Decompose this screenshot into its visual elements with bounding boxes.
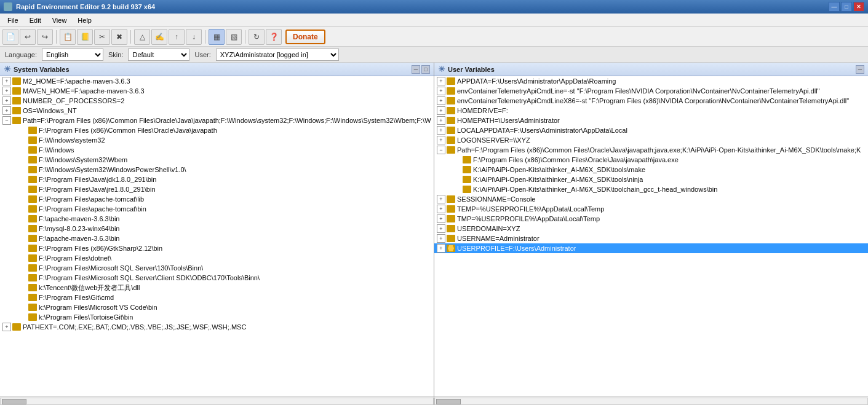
tree-item-sv5m[interactable]: F:\Program Files (x86)\GtkSharp\2.12\bin — [0, 243, 434, 253]
tree-item-uv9[interactable]: +SESSIONNAME=Console — [434, 194, 868, 204]
donate-button[interactable]: Donate — [285, 29, 325, 44]
tree-item-sv5j[interactable]: F:\apache-maven-3.6.3\bin — [0, 214, 434, 224]
tb-view2-button[interactable]: ▧ — [226, 29, 242, 45]
tb-new-button[interactable]: 📄 — [2, 29, 18, 45]
tree-item-sv4[interactable]: +OS=Windows_NT — [0, 106, 434, 116]
tb-delete-button[interactable]: ✖ — [111, 29, 127, 45]
tb-move-up-button[interactable]: ↑ — [169, 29, 185, 45]
tree-item-sv5d[interactable]: F:\Windows\System32\Wbem — [0, 155, 434, 165]
tb-edit-button[interactable]: ✍ — [151, 29, 167, 45]
user-panel-minimize-btn[interactable]: ─ — [856, 65, 864, 74]
expand-btn-sv3[interactable]: + — [2, 96, 11, 105]
tree-item-uv13[interactable]: +USERNAME=Administrator — [434, 234, 868, 243]
system-panel-expand-btn[interactable]: □ — [421, 65, 430, 74]
tree-item-uv8[interactable]: −Path=F:\Program Files (x86)\Common File… — [434, 145, 868, 155]
tree-item-uv8a[interactable]: F:\Program Files (x86)\Common Files\Orac… — [434, 155, 868, 165]
expand-btn-sv6[interactable]: + — [2, 323, 11, 331]
expand-btn-uv5[interactable]: + — [437, 116, 445, 125]
user-select[interactable]: XYZ\Administrator [logged in] — [216, 49, 339, 61]
tree-item-sv5n[interactable]: F:\Program Files\dotnet\ — [0, 253, 434, 263]
tree-item-sv5g[interactable]: F:\Program Files\Java\jre1.8.0_291\bin — [0, 184, 434, 194]
system-h-scrollbar[interactable] — [0, 398, 434, 405]
tree-item-sv5p[interactable]: F:\Program Files\Microsoft SQL Server\Cl… — [0, 273, 434, 283]
tree-item-sv5e[interactable]: F:\Windows\System32\WindowsPowerShell\v1… — [0, 165, 434, 175]
close-button[interactable]: ✕ — [853, 2, 864, 12]
tree-item-sv6[interactable]: +PATHEXT=.COM;.EXE;.BAT;.CMD;.VBS;.VBE;.… — [0, 322, 434, 332]
tb-redo-button[interactable]: ↪ — [37, 29, 53, 45]
maximize-button[interactable]: □ — [841, 2, 852, 12]
tree-item-sv5l[interactable]: F:\apache-maven-3.6.3\bin — [0, 234, 434, 243]
expand-btn-uv9[interactable]: + — [437, 195, 445, 203]
user-variables-tree[interactable]: +APPDATA=F:\Users\Administrator\AppData\… — [434, 76, 868, 396]
system-panel-minimize-btn[interactable]: ─ — [412, 65, 420, 74]
tree-item-sv5t[interactable]: k:\Program Files\TortoiseGit\bin — [0, 312, 434, 322]
tb-copy-button[interactable]: 📋 — [60, 29, 76, 45]
tb-add-button[interactable]: △ — [134, 29, 150, 45]
tree-item-uv4[interactable]: +HOMEDRIVE=F: — [434, 106, 868, 116]
tree-item-sv5r[interactable]: F:\Program Files\Git\cmd — [0, 293, 434, 302]
user-h-scrollbar[interactable] — [434, 398, 868, 405]
tree-item-uv5[interactable]: +HOMEPATH=\Users\Administrator — [434, 116, 868, 125]
minimize-button[interactable]: — — [829, 2, 840, 12]
expand-btn-uv13[interactable]: + — [437, 234, 445, 243]
tb-undo-button[interactable]: ↩ — [20, 29, 36, 45]
expand-btn-uv1[interactable]: + — [437, 77, 445, 85]
tree-item-uv8b[interactable]: K:\AiPi\AiPi-Open-Kits\aithinker_Ai-M6X_… — [434, 165, 868, 175]
tree-item-sv1[interactable]: +M2_HOME=F:\apache-maven-3.6.3 — [0, 76, 434, 86]
tree-item-sv2[interactable]: +MAVEN_HOME=F:\apache-maven-3.6.3 — [0, 86, 434, 96]
expand-btn-uv6[interactable]: + — [437, 126, 445, 135]
menu-file[interactable]: File — [2, 15, 23, 25]
expand-btn-uv8[interactable]: − — [437, 146, 445, 154]
tree-item-uv8c[interactable]: K:\AiPi\AiPi-Open-Kits\aithinker_Ai-M6X_… — [434, 175, 868, 184]
expand-btn-uv7[interactable]: + — [437, 136, 445, 144]
svg-marker-1 — [14, 88, 20, 94]
tb-paste-button[interactable]: 📒 — [77, 29, 93, 45]
tree-item-uv11[interactable]: +TMP=%USERPROFILE%\AppData\Local\Temp — [434, 214, 868, 224]
menu-edit[interactable]: Edit — [25, 15, 46, 25]
tree-item-uv6[interactable]: +LOCALAPPDATA=F:\Users\Administrator\App… — [434, 125, 868, 135]
menu-help[interactable]: Help — [73, 15, 97, 25]
menu-view[interactable]: View — [47, 15, 72, 25]
tree-item-sv5k[interactable]: F:\mysql-8.0.23-winx64\bin — [0, 224, 434, 234]
expand-btn-sv2[interactable]: + — [2, 87, 11, 95]
tb-view1-button[interactable]: ▦ — [209, 29, 225, 45]
tree-item-sv5s[interactable]: k:\Program Files\Microsoft VS Code\bin — [0, 302, 434, 312]
tb-move-down-button[interactable]: ↓ — [186, 29, 202, 45]
tree-item-sv3[interactable]: +NUMBER_OF_PROCESSORS=2 — [0, 96, 434, 106]
tb-refresh-button[interactable]: ↻ — [249, 29, 265, 45]
expand-btn-uv2[interactable]: + — [437, 87, 445, 95]
system-variables-tree[interactable]: +M2_HOME=F:\apache-maven-3.6.3+MAVEN_HOM… — [0, 76, 434, 396]
tree-item-uv14[interactable]: +USERPROFILE=F:\Users\Administrator — [434, 243, 868, 253]
tree-item-uv7[interactable]: +LOGONSERVER=\\XYZ — [434, 135, 868, 145]
tree-item-uv8d[interactable]: K:\AiPi\AiPi-Open-Kits\aithinker_Ai-M6X_… — [434, 184, 868, 194]
tree-item-uv12[interactable]: +USERDOMAIN=XYZ — [434, 224, 868, 234]
tb-help-button[interactable]: ❓ — [266, 29, 282, 45]
language-select[interactable]: English — [42, 49, 103, 61]
skin-select[interactable]: Default — [128, 49, 189, 61]
tree-item-uv3[interactable]: +envContainerTelemetryApiCmdLineX86=-st … — [434, 96, 868, 106]
expand-btn-uv14[interactable]: + — [437, 244, 445, 253]
expand-btn-uv4[interactable]: + — [437, 106, 445, 115]
tree-item-sv5q[interactable]: k:\Tencent\微信web开发者工具\dll — [0, 283, 434, 293]
tb-cut-button[interactable]: ✂ — [94, 29, 110, 45]
tree-item-sv5i[interactable]: F:\Program Files\apache-tomcat\bin — [0, 204, 434, 214]
expand-btn-sv4[interactable]: + — [2, 106, 11, 115]
expand-btn-sv5[interactable]: − — [2, 116, 11, 125]
tree-item-uv10[interactable]: +TEMP=%USERPROFILE%\AppData\Local\Temp — [434, 204, 868, 214]
expand-btn-uv11[interactable]: + — [437, 214, 445, 223]
tree-item-sv5a[interactable]: F:\Program Files (x86)\Common Files\Orac… — [0, 125, 434, 135]
expand-btn-sv1[interactable]: + — [2, 77, 11, 85]
expand-btn-uv12[interactable]: + — [437, 224, 445, 233]
tree-item-sv5o[interactable]: F:\Program Files\Microsoft SQL Server\13… — [0, 263, 434, 273]
tree-item-text-sv5s: k:\Program Files\Microsoft VS Code\bin — [39, 304, 157, 311]
tree-item-sv5h[interactable]: F:\Program Files\apache-tomcat\lib — [0, 194, 434, 204]
tree-item-sv5f[interactable]: F:\Program Files\Java\jdk1.8.0_291\bin — [0, 175, 434, 184]
tree-item-sv5[interactable]: −Path=F:\Program Files (x86)\Common File… — [0, 116, 434, 125]
tree-item-sv5c[interactable]: F:\Windows — [0, 145, 434, 155]
expand-btn-uv3[interactable]: + — [437, 96, 445, 105]
tree-item-text-sv5f: F:\Program Files\Java\jdk1.8.0_291\bin — [39, 176, 156, 183]
tree-item-sv5b[interactable]: F:\Windows\system32 — [0, 135, 434, 145]
tree-item-uv2[interactable]: +envContainerTelemetryApiCmdLine=-st "F:… — [434, 86, 868, 96]
tree-item-uv1[interactable]: +APPDATA=F:\Users\Administrator\AppData\… — [434, 76, 868, 86]
expand-btn-uv10[interactable]: + — [437, 205, 445, 213]
